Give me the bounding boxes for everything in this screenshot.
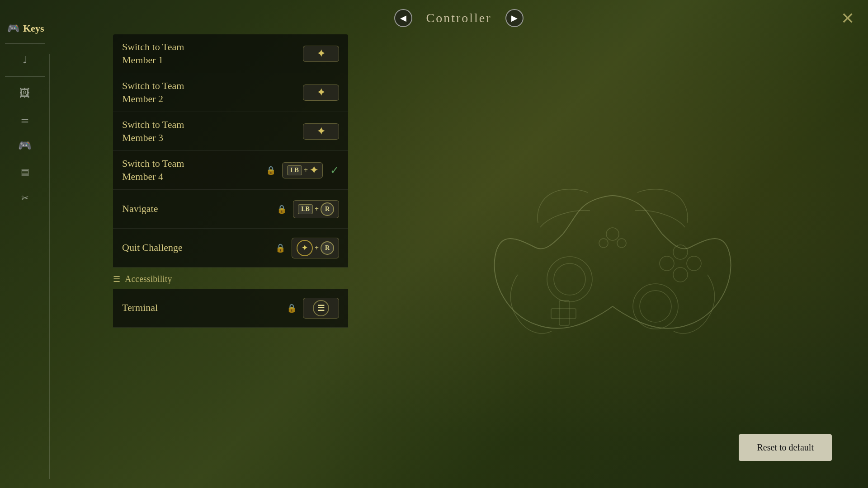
controller-svg — [472, 139, 753, 356]
svg-point-9 — [673, 267, 688, 282]
binding-label-team-4: Switch to TeamMember 4 — [122, 157, 266, 183]
header-title: Controller — [426, 11, 491, 25]
sidebar-icon-tools[interactable]: ✂ — [13, 186, 37, 210]
key-badge-terminal[interactable]: ☰ — [303, 298, 339, 319]
menu-button-terminal: ☰ — [313, 300, 329, 316]
svg-point-10 — [660, 256, 674, 271]
r-button-navigate: R — [321, 202, 334, 216]
lock-icon-quit: 🔒 — [275, 243, 285, 253]
binding-controls-terminal: 🔒 ☰ — [287, 298, 339, 319]
chevron-down-icon: ✓ — [330, 164, 339, 177]
controller-svg-container — [472, 139, 753, 356]
key-badge-team-3[interactable]: ✦ — [303, 123, 339, 140]
r-button-quit: R — [321, 241, 334, 255]
sidebar-divider-1 — [5, 76, 45, 77]
binding-controls-navigate: 🔒 LB + R — [277, 200, 339, 218]
title-label: Keys — [23, 23, 44, 34]
binding-label-team-1: Switch to TeamMember 1 — [122, 41, 303, 66]
key-badge-team-4[interactable]: LB + ✦ — [282, 162, 323, 178]
sidebar-icon-music[interactable]: ♩ — [13, 48, 37, 72]
plus-sign-team-4: + — [304, 166, 308, 174]
next-arrow-icon: ▶ — [511, 13, 518, 23]
lock-icon-team-4: 🔒 — [266, 165, 276, 175]
controller-panel: Reset to default — [357, 34, 868, 488]
binding-label-terminal: Terminal — [122, 301, 287, 314]
svg-point-13 — [606, 228, 619, 240]
svg-point-8 — [687, 256, 701, 271]
gamepad-icon: 🎮 — [7, 23, 19, 34]
dpad-icon-4: ✦ — [310, 164, 318, 176]
sidebar-icon-settings[interactable]: ⚌ — [13, 108, 37, 131]
prev-arrow-icon: ◀ — [400, 13, 406, 23]
dpad-icon-3: ✦ — [317, 126, 325, 137]
lock-icon-navigate: 🔒 — [277, 204, 287, 214]
reset-default-button[interactable]: Reset to default — [739, 434, 832, 461]
bindings-panel: Switch to TeamMember 1 ✦ Switch to TeamM… — [50, 34, 357, 488]
main-content: ◀ Controller ▶ Switch to TeamMember 1 ✦ — [50, 0, 868, 488]
binding-controls-quit: 🔒 ✦ + R — [275, 238, 339, 258]
close-x-icon: ✕ — [841, 9, 854, 28]
binding-row-team-4[interactable]: Switch to TeamMember 4 🔒 LB + ✦ ✓ — [113, 151, 348, 190]
binding-controls-team-2: ✦ — [303, 84, 339, 101]
sidebar-icon-chat[interactable]: ▤ — [13, 160, 37, 183]
svg-point-7 — [673, 245, 688, 259]
binding-row-team-2[interactable]: Switch to TeamMember 2 ✦ — [113, 73, 348, 112]
dpad-icon-1: ✦ — [317, 48, 325, 60]
sidebar-separator — [49, 54, 50, 479]
l-button-quit: ✦ — [297, 240, 313, 256]
plus-sign-quit: + — [315, 244, 319, 252]
accessibility-label: Accessibility — [125, 274, 172, 284]
binding-row-quit[interactable]: Quit Challenge 🔒 ✦ + R — [113, 229, 348, 267]
binding-controls-team-4: 🔒 LB + ✦ ✓ — [266, 162, 339, 178]
binding-label-team-3: Switch to TeamMember 3 — [122, 118, 303, 144]
lock-icon-terminal: 🔒 — [287, 303, 297, 313]
svg-point-12 — [617, 239, 626, 248]
svg-rect-5 — [551, 309, 576, 319]
svg-point-3 — [640, 291, 671, 322]
binding-label-team-2: Switch to TeamMember 2 — [122, 80, 303, 105]
lb-label-team-4: LB — [287, 165, 302, 175]
sidebar-icon-controller[interactable]: 🎮 — [13, 134, 37, 157]
header: ◀ Controller ▶ — [50, 0, 868, 34]
sidebar-icon-gallery[interactable]: 🖼 — [13, 81, 37, 105]
sidebar: 🎮 Keys ♩ 🖼 ⚌ 🎮 ▤ ✂ — [0, 0, 50, 488]
app-title: 🎮 Keys — [0, 18, 50, 39]
key-badge-navigate[interactable]: LB + R — [293, 200, 339, 218]
binding-row-team-3[interactable]: Switch to TeamMember 3 ✦ — [113, 112, 348, 151]
key-badge-quit[interactable]: ✦ + R — [292, 238, 339, 258]
plus-sign-navigate: + — [315, 205, 319, 213]
sidebar-top: 🎮 Keys ♩ 🖼 ⚌ 🎮 ▤ ✂ — [0, 18, 50, 210]
svg-point-1 — [554, 263, 585, 295]
binding-row-terminal[interactable]: Terminal 🔒 ☰ — [113, 289, 348, 328]
app-container: 🎮 Keys ♩ 🖼 ⚌ 🎮 ▤ ✂ ◀ Controller ▶ — [0, 0, 868, 488]
content-area: Switch to TeamMember 1 ✦ Switch to TeamM… — [50, 34, 868, 488]
binding-label-quit: Quit Challenge — [122, 241, 275, 254]
sidebar-divider-top — [5, 43, 45, 44]
svg-rect-6 — [559, 300, 569, 325]
binding-row-navigate[interactable]: Navigate 🔒 LB + R — [113, 190, 348, 229]
next-button[interactable]: ▶ — [505, 9, 524, 27]
lb-label-navigate: LB — [298, 204, 313, 214]
accessibility-icon: ☰ — [113, 274, 120, 284]
close-button[interactable]: ✕ — [841, 9, 854, 27]
key-badge-team-2[interactable]: ✦ — [303, 84, 339, 101]
section-header-accessibility: ☰ Accessibility — [113, 267, 348, 289]
dpad-icon-2: ✦ — [317, 87, 325, 99]
prev-button[interactable]: ◀ — [394, 9, 412, 27]
binding-controls-team-3: ✦ — [303, 123, 339, 140]
binding-row-team-1[interactable]: Switch to TeamMember 1 ✦ — [113, 34, 348, 73]
binding-label-navigate: Navigate — [122, 202, 277, 216]
svg-point-11 — [599, 239, 608, 248]
binding-controls-team-1: ✦ — [303, 46, 339, 62]
key-badge-team-1[interactable]: ✦ — [303, 46, 339, 62]
